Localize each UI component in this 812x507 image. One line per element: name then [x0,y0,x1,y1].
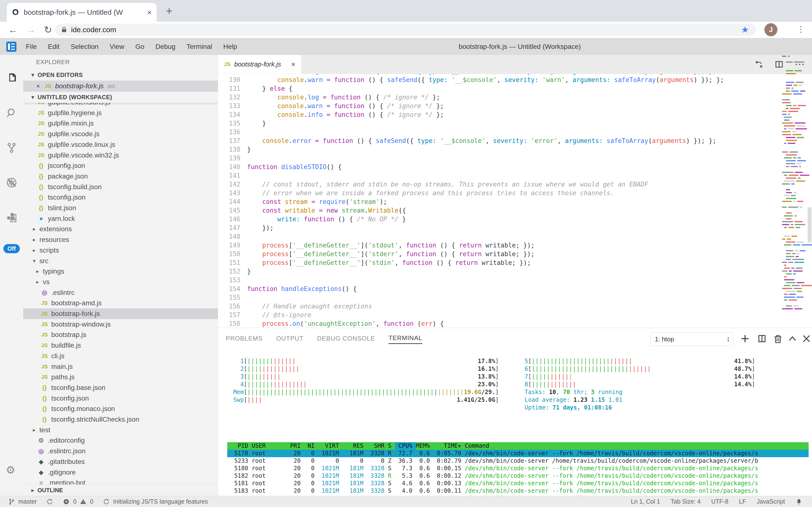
tree-item-bootstrap-js[interactable]: JSbootstrap.js [23,330,218,340]
off-badge[interactable]: Off [3,244,20,253]
browser-menu-icon[interactable]: ⋮ [797,24,805,34]
maximize-panel-icon[interactable] [787,333,798,344]
open-changes-icon[interactable] [753,59,764,69]
tree-item--editorconfig[interactable]: ⚙.editorconfig [23,435,218,446]
tree-item-tsconfig-monaco-json[interactable]: {}tsconfig.monaco.json [23,403,218,414]
bookmark-star-icon[interactable]: ★ [741,25,749,35]
search-icon[interactable] [6,107,17,119]
avatar[interactable]: J [764,23,777,36]
menu-debug[interactable]: Debug [150,43,181,51]
tree-item-test[interactable]: ▸test [23,425,218,435]
tree-item-jsconfig-json[interactable]: {}jsconfig.json [23,160,218,171]
tab-terminal[interactable]: TERMINAL [388,334,422,344]
menu-file[interactable]: File [20,43,42,51]
tree-item--gitignore[interactable]: ◆.gitignore [23,467,218,478]
tree-item-bootstrap-fork-js[interactable]: JSbootstrap-fork.js [23,308,218,319]
git-branch-icon[interactable] [8,498,15,505]
tree-item-buildfile-js[interactable]: JSbuildfile.js [23,340,218,351]
settings-gear-icon[interactable]: ⚙ [6,464,17,475]
kill-terminal-icon[interactable] [772,333,783,344]
terminal-select[interactable]: 1: htop ▴▾ [650,332,734,346]
forward-icon[interactable]: → [26,25,36,35]
tree-item-tslint-json[interactable]: {}tslint.json [23,203,218,213]
sync-icon[interactable] [46,498,53,505]
htop-process-row-5233[interactable]: 5233 root 20 0 0 0 0 Z 36.3 0.0 0:02.79 … [227,457,809,465]
menu-go[interactable]: Go [130,43,150,51]
menu-edit[interactable]: Edit [42,43,65,51]
back-icon[interactable]: ← [8,25,18,35]
htop-table-header[interactable]: PID USER PRI NI VIRT RES SHR S CPU% MEM%… [227,442,809,450]
menu-terminal[interactable]: Terminal [181,43,218,51]
tree-item-extensions[interactable]: ▸extensions [23,224,218,234]
open-editor-item[interactable]: × JS bootstrap-fork.js src [23,80,218,92]
warnings-count[interactable]: 0 [90,498,93,505]
close-panel-icon[interactable] [801,333,812,344]
htop-process-row-5178[interactable]: 5178 root 20 0 1021M 181M 3328 R 72.7 0.… [227,450,809,457]
tree-item-tsconfig-json[interactable]: {}tsconfig.json [23,192,218,203]
tree-item-gulpfile-mixin-js[interactable]: JSgulpfile.mixin.js [23,118,218,129]
code-editor[interactable]: 129 console.log = function () { safeSend… [218,74,812,328]
open-editors-header[interactable]: ▾ OPEN EDITORS [23,69,218,80]
tree-item-scripts[interactable]: ▸scripts [23,245,218,256]
new-tab-button[interactable]: + [164,5,175,17]
tree-item--eslintrc[interactable]: ◎.eslintrc [23,287,218,298]
tree-item-src[interactable]: ▾src [23,256,218,266]
tab-output[interactable]: OUTPUT [276,335,304,344]
tree-item-resources[interactable]: ▸resources [23,234,218,245]
tree-item-gulpfile-vscode-win32-js[interactable]: JSgulpfile.vscode.win32.js [23,150,218,161]
branch-name[interactable]: master [18,498,37,505]
tree-item-vs[interactable]: ▸vs [23,277,218,287]
tree-item-tsconfig-json[interactable]: {}tsconfig.json [23,393,218,404]
errors-icon[interactable] [63,498,70,505]
workspace-header[interactable]: ▾ UNTITLED (WORKSPACE) [23,92,218,103]
split-terminal-icon[interactable] [757,333,767,344]
language-mode[interactable]: JavaScript [757,498,785,505]
tree-item-cli-js[interactable]: JScli.js [23,351,218,361]
menu-selection[interactable]: Selection [65,43,104,51]
warnings-icon[interactable] [80,498,86,505]
encoding[interactable]: UTF-8 [711,498,728,505]
htop-process-row-5180[interactable]: 5180 root 20 0 1021M 181M 3328 S 7.3 0.6… [227,465,809,472]
tree-item-yarn-lock[interactable]: ●yarn.lock [23,213,218,224]
menu-view[interactable]: View [104,43,130,51]
menu-help[interactable]: Help [217,43,243,51]
outline-section[interactable]: ▸ OUTLINE [23,485,218,496]
tree-item--eslintrc-json[interactable]: ◎.eslintrc.json [23,446,218,456]
tree-item-main-js[interactable]: JSmain.js [23,361,218,372]
tree-item-tsconfig-build-json[interactable]: {}tsconfig.build.json [23,182,218,192]
tree-item-gulpfile-hygiene-js[interactable]: JSgulpfile.hygiene.js [23,108,218,118]
minimap[interactable] [781,56,805,328]
tab-close-icon[interactable]: × [147,8,152,17]
extensions-icon[interactable] [6,212,17,223]
browser-tab[interactable]: bootstrap-fork.js — Untitled (W × [7,3,157,22]
editor-area[interactable]: JS bootstrap-fork.js × ⋯ 129 console.log… [218,55,812,328]
debug-disabled-icon[interactable] [6,177,17,188]
tab-debug-console[interactable]: DEBUG CONSOLE [317,335,375,344]
htop-process-row-5181[interactable]: 5181 root 20 0 1021M 181M 3328 S 4.6 0.6… [227,480,809,487]
cursor-position[interactable]: Ln 1, Col 1 [631,498,660,505]
tab-size[interactable]: Tab Size: 4 [671,498,701,505]
tree-item--gitattributes[interactable]: ◆.gitattributes [23,456,218,467]
tree-item-paths-js[interactable]: JSpaths.js [23,372,218,382]
htop-process-row-5183[interactable]: 5183 root 20 0 1021M 181M 3328 S 4.0 0.6… [227,487,809,495]
address-bar[interactable]: ide.coder.com ★ [55,24,756,36]
tree-item-tsconfig-strictnullchecks-json[interactable]: {}tsconfig.strictNullChecks.json [23,414,218,425]
tree-item-gulpfile-vscode-js[interactable]: JSgulpfile.vscode.js [23,129,218,139]
bell-icon[interactable] [796,498,802,505]
url-text[interactable]: ide.coder.com [71,25,741,34]
editor-scrollbar[interactable] [808,207,812,242]
tree-item-bootstrap-window-js[interactable]: JSbootstrap-window.js [23,319,218,330]
terminal-content[interactable]: 1[|||||||||||||17.8%]2[||||||||||||||16.… [218,350,812,496]
reload-icon[interactable]: ↻ [44,25,52,35]
htop-process-row-5182[interactable]: 5182 root 20 0 1021M 181M 3328 R 5.3 0.6… [227,472,809,480]
source-control-icon[interactable] [6,142,17,154]
new-terminal-icon[interactable] [740,333,750,344]
errors-count[interactable]: 0 [73,498,76,505]
tree-item-gulpfile-extensions-js[interactable]: JSgulpfile.extensions.js [23,103,218,108]
close-icon[interactable]: × [36,82,40,90]
tree-item-typings[interactable]: ▸typings [23,266,218,277]
tree-item--mention-bot[interactable]: ≡.mention-bot [23,477,218,485]
tree-item-gulpfile-vscode-linux-js[interactable]: JSgulpfile.vscode.linux.js [23,139,218,150]
tree-item-bootstrap-amd-js[interactable]: JSbootstrap-amd.js [23,298,218,308]
eol[interactable]: LF [739,498,746,505]
